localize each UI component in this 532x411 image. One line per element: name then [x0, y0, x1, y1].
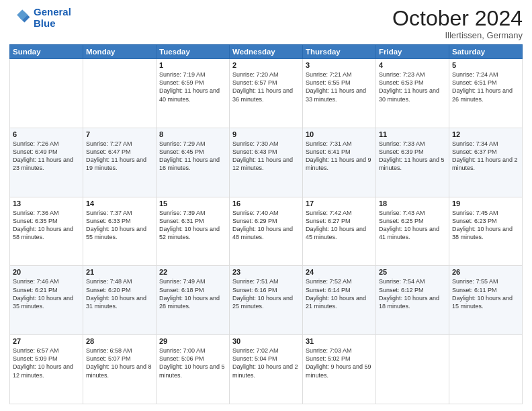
cell-info: Sunrise: 7:42 AMSunset: 6:27 PMDaylight:… [306, 209, 373, 242]
cell-info: Sunrise: 7:33 AMSunset: 6:39 PMDaylight:… [379, 140, 446, 173]
cell-info: Sunrise: 7:43 AMSunset: 6:25 PMDaylight:… [379, 209, 446, 242]
calendar-cell [83, 59, 157, 128]
calendar-cell: 29Sunrise: 7:00 AMSunset: 5:06 PMDayligh… [157, 335, 230, 404]
calendar-cell: 28Sunrise: 6:58 AMSunset: 5:07 PMDayligh… [83, 335, 157, 404]
cell-info: Sunrise: 7:49 AMSunset: 6:18 PMDaylight:… [159, 277, 226, 310]
cell-info: Sunrise: 7:31 AMSunset: 6:41 PMDaylight:… [306, 140, 373, 173]
cell-info: Sunrise: 7:24 AMSunset: 6:51 PMDaylight:… [452, 71, 519, 103]
day-number: 8 [159, 130, 226, 138]
cell-info: Sunrise: 7:21 AMSunset: 6:55 PMDaylight:… [306, 71, 373, 103]
day-number: 1 [159, 61, 226, 69]
cell-info: Sunrise: 7:51 AMSunset: 6:16 PMDaylight:… [232, 277, 300, 310]
calendar-cell: 18Sunrise: 7:43 AMSunset: 6:25 PMDayligh… [376, 197, 449, 266]
cell-info: Sunrise: 7:20 AMSunset: 6:57 PMDaylight:… [232, 71, 300, 103]
page: General Blue October 2024 Illertissen, G… [0, 0, 532, 411]
calendar-cell: 5Sunrise: 7:24 AMSunset: 6:51 PMDaylight… [449, 59, 523, 128]
day-number: 24 [306, 268, 373, 276]
day-of-week-thursday: Thursday [303, 45, 376, 59]
calendar-cell: 22Sunrise: 7:49 AMSunset: 6:18 PMDayligh… [157, 266, 230, 335]
calendar-cell: 24Sunrise: 7:52 AMSunset: 6:14 PMDayligh… [303, 266, 376, 335]
cell-info: Sunrise: 7:46 AMSunset: 6:21 PMDaylight:… [13, 277, 80, 310]
cell-info: Sunrise: 7:27 AMSunset: 6:47 PMDaylight:… [86, 140, 153, 173]
day-number: 14 [86, 199, 153, 208]
calendar-cell: 12Sunrise: 7:34 AMSunset: 6:37 PMDayligh… [449, 128, 523, 197]
cell-info: Sunrise: 7:55 AMSunset: 6:11 PMDaylight:… [452, 277, 519, 310]
logo: General Blue [9, 7, 71, 29]
calendar-cell: 11Sunrise: 7:33 AMSunset: 6:39 PMDayligh… [376, 128, 449, 197]
day-number: 7 [86, 130, 153, 138]
calendar-table: SundayMondayTuesdayWednesdayThursdayFrid… [9, 44, 523, 404]
day-number: 30 [232, 337, 300, 345]
logo-text: General Blue [34, 7, 71, 29]
cell-info: Sunrise: 7:54 AMSunset: 6:12 PMDaylight:… [379, 277, 446, 310]
day-number: 20 [13, 268, 80, 276]
calendar-cell: 14Sunrise: 7:37 AMSunset: 6:33 PMDayligh… [83, 197, 157, 266]
calendar-week-5: 27Sunrise: 6:57 AMSunset: 5:09 PMDayligh… [10, 335, 523, 404]
day-number: 15 [159, 199, 226, 208]
day-number: 22 [159, 268, 226, 276]
cell-info: Sunrise: 7:29 AMSunset: 6:45 PMDaylight:… [159, 140, 226, 173]
cell-info: Sunrise: 7:39 AMSunset: 6:31 PMDaylight:… [159, 209, 226, 242]
day-number: 25 [379, 268, 446, 276]
day-of-week-monday: Monday [83, 45, 157, 59]
calendar-week-2: 6Sunrise: 7:26 AMSunset: 6:49 PMDaylight… [10, 128, 523, 197]
cell-info: Sunrise: 7:37 AMSunset: 6:33 PMDaylight:… [86, 209, 153, 242]
calendar-cell [376, 335, 449, 404]
day-number: 17 [306, 199, 373, 208]
day-of-week-wednesday: Wednesday [230, 45, 303, 59]
cell-info: Sunrise: 7:48 AMSunset: 6:20 PMDaylight:… [86, 277, 153, 310]
day-number: 10 [306, 130, 373, 138]
day-of-week-saturday: Saturday [449, 45, 523, 59]
calendar-cell: 4Sunrise: 7:23 AMSunset: 6:53 PMDaylight… [376, 59, 449, 128]
day-number: 9 [232, 130, 300, 138]
day-number: 23 [232, 268, 300, 276]
calendar-cell: 26Sunrise: 7:55 AMSunset: 6:11 PMDayligh… [449, 266, 523, 335]
calendar-cell: 19Sunrise: 7:45 AMSunset: 6:23 PMDayligh… [449, 197, 523, 266]
calendar-cell: 27Sunrise: 6:57 AMSunset: 5:09 PMDayligh… [10, 335, 83, 404]
cell-info: Sunrise: 6:58 AMSunset: 5:07 PMDaylight:… [86, 347, 153, 379]
header: General Blue October 2024 Illertissen, G… [9, 7, 523, 40]
calendar-cell: 8Sunrise: 7:29 AMSunset: 6:45 PMDaylight… [157, 128, 230, 197]
cell-info: Sunrise: 7:52 AMSunset: 6:14 PMDaylight:… [306, 277, 373, 310]
calendar-cell: 1Sunrise: 7:19 AMSunset: 6:59 PMDaylight… [157, 59, 230, 128]
day-number: 19 [452, 199, 519, 208]
calendar-cell: 15Sunrise: 7:39 AMSunset: 6:31 PMDayligh… [157, 197, 230, 266]
day-number: 31 [306, 337, 373, 345]
day-number: 3 [306, 61, 373, 69]
day-number: 28 [86, 337, 153, 345]
day-number: 11 [379, 130, 446, 138]
day-of-week-friday: Friday [376, 45, 449, 59]
calendar-cell [449, 335, 523, 404]
calendar-cell [10, 59, 83, 128]
cell-info: Sunrise: 6:57 AMSunset: 5:09 PMDaylight:… [13, 347, 80, 379]
calendar-header-row: SundayMondayTuesdayWednesdayThursdayFrid… [10, 45, 523, 59]
calendar-cell: 3Sunrise: 7:21 AMSunset: 6:55 PMDaylight… [303, 59, 376, 128]
day-number: 16 [232, 199, 300, 208]
calendar-cell: 7Sunrise: 7:27 AMSunset: 6:47 PMDaylight… [83, 128, 157, 197]
calendar-cell: 16Sunrise: 7:40 AMSunset: 6:29 PMDayligh… [230, 197, 303, 266]
cell-info: Sunrise: 7:40 AMSunset: 6:29 PMDaylight:… [232, 209, 300, 242]
logo-icon [9, 7, 31, 29]
calendar-cell: 31Sunrise: 7:03 AMSunset: 5:02 PMDayligh… [303, 335, 376, 404]
cell-info: Sunrise: 7:03 AMSunset: 5:02 PMDaylight:… [306, 347, 373, 379]
day-number: 12 [452, 130, 519, 138]
day-number: 5 [452, 61, 519, 69]
calendar-week-4: 20Sunrise: 7:46 AMSunset: 6:21 PMDayligh… [10, 266, 523, 335]
calendar-cell: 30Sunrise: 7:02 AMSunset: 5:04 PMDayligh… [230, 335, 303, 404]
calendar-cell: 25Sunrise: 7:54 AMSunset: 6:12 PMDayligh… [376, 266, 449, 335]
cell-info: Sunrise: 7:26 AMSunset: 6:49 PMDaylight:… [13, 140, 80, 173]
calendar-cell: 20Sunrise: 7:46 AMSunset: 6:21 PMDayligh… [10, 266, 83, 335]
cell-info: Sunrise: 7:02 AMSunset: 5:04 PMDaylight:… [232, 347, 300, 379]
cell-info: Sunrise: 7:36 AMSunset: 6:35 PMDaylight:… [13, 209, 80, 242]
calendar-week-1: 1Sunrise: 7:19 AMSunset: 6:59 PMDaylight… [10, 59, 523, 128]
calendar-cell: 21Sunrise: 7:48 AMSunset: 6:20 PMDayligh… [83, 266, 157, 335]
calendar-cell: 17Sunrise: 7:42 AMSunset: 6:27 PMDayligh… [303, 197, 376, 266]
day-number: 27 [13, 337, 80, 345]
day-number: 26 [452, 268, 519, 276]
day-number: 2 [232, 61, 300, 69]
calendar-week-3: 13Sunrise: 7:36 AMSunset: 6:35 PMDayligh… [10, 197, 523, 266]
day-number: 29 [159, 337, 226, 345]
month-title: October 2024 [392, 7, 523, 30]
location: Illertissen, Germany [392, 30, 523, 40]
cell-info: Sunrise: 7:30 AMSunset: 6:43 PMDaylight:… [232, 140, 300, 173]
